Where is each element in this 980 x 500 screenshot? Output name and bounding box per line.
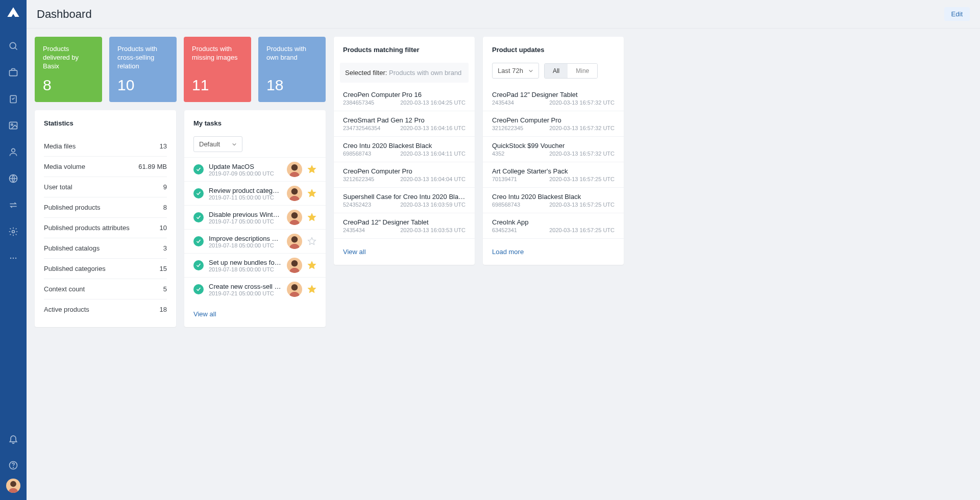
- star-icon[interactable]: [307, 165, 316, 174]
- product-sku: 3212622345: [343, 176, 374, 182]
- task-date: 2019-07-18 05:00:00 UTC: [209, 266, 282, 272]
- svg-line-1: [15, 48, 17, 50]
- briefcase-icon[interactable]: [0, 59, 27, 86]
- task-date: 2019-07-09 05:00:00 UTC: [209, 170, 282, 177]
- bell-icon[interactable]: [0, 426, 27, 452]
- image-icon[interactable]: [0, 112, 27, 139]
- product-row[interactable]: CreoPad 12" Designer Tablet24354342020-0…: [334, 213, 475, 239]
- time-range-select[interactable]: Last 72h: [492, 63, 539, 79]
- svg-point-14: [10, 481, 16, 487]
- svg-rect-2: [10, 70, 17, 76]
- svg-point-0: [10, 42, 16, 48]
- product-timestamp: 2020-03-13 16:04:16 UTC: [400, 125, 465, 131]
- gear-icon[interactable]: [0, 218, 27, 245]
- more-icon[interactable]: [0, 245, 27, 271]
- toggle-all[interactable]: All: [545, 64, 568, 78]
- task-item[interactable]: Improve descriptions on All-m...2019-07-…: [184, 229, 326, 253]
- user-avatar[interactable]: [6, 479, 20, 493]
- check-circle-icon: [193, 212, 204, 222]
- product-row[interactable]: CreoPen Computer Pro32126223452020-03-13…: [334, 162, 475, 188]
- product-update-row[interactable]: Creo Intu 2020 Blackest Black69856874320…: [483, 188, 624, 213]
- statistics-row: Published products attributes10: [44, 218, 167, 238]
- check-circle-icon: [193, 164, 204, 174]
- product-row[interactable]: CreoSmart Pad Gen 12 Pro2347325463542020…: [334, 111, 475, 137]
- task-assignee-avatar: [287, 258, 302, 273]
- product-sku: 4352: [492, 151, 504, 157]
- product-update-row[interactable]: Art College Starter's Pack701394712020-0…: [483, 162, 624, 188]
- svg-point-16: [291, 188, 298, 195]
- stat-value: 13: [160, 142, 167, 150]
- globe-icon[interactable]: [0, 165, 27, 192]
- product-timestamp: 2020-03-13 16:04:11 UTC: [400, 151, 465, 157]
- task-item[interactable]: Set up new bundles for Augus...2019-07-1…: [184, 253, 326, 277]
- task-assignee-avatar: [287, 210, 302, 225]
- task-date: 2019-07-18 05:00:00 UTC: [209, 242, 282, 248]
- task-assignee-avatar: [287, 186, 302, 201]
- load-more-link[interactable]: Load more: [483, 239, 624, 265]
- product-sku: 698568743: [492, 202, 520, 208]
- task-item[interactable]: Update MacOS2019-07-09 05:00:00 UTC: [184, 157, 326, 181]
- star-icon[interactable]: [307, 261, 316, 270]
- product-updates-panel: Product updates Last 72h All Mine CreoPa…: [483, 37, 624, 265]
- star-icon[interactable]: [307, 213, 316, 222]
- stat-card[interactable]: Products delivered by Basix8: [35, 37, 102, 102]
- product-sku: 2435434: [492, 99, 514, 106]
- product-sku: 2435434: [343, 227, 365, 233]
- svg-point-5: [11, 124, 13, 126]
- task-item[interactable]: Review product category featu...2019-07-…: [184, 181, 326, 205]
- statistics-row: Context count5: [44, 279, 167, 299]
- product-sku: 698568743: [343, 151, 371, 157]
- select-value: Last 72h: [498, 67, 523, 74]
- stat-card-label: Products delivered by Basix: [43, 45, 94, 71]
- statistics-row: Active products18: [44, 299, 167, 322]
- task-title: Set up new bundles for Augus...: [209, 259, 282, 266]
- product-update-row[interactable]: QuickStock $99 Voucher43522020-03-13 16:…: [483, 137, 624, 162]
- product-row[interactable]: Supershell Case for Creo Intu 2020 Black…: [334, 188, 475, 213]
- panel-title: Products matching filter: [334, 37, 475, 63]
- filter-view-all-link[interactable]: View all: [334, 239, 475, 265]
- product-timestamp: 2020-03-13 16:57:25 UTC: [549, 202, 615, 208]
- help-icon[interactable]: [0, 452, 27, 479]
- product-update-row[interactable]: CreoPen Computer Pro32126223452020-03-13…: [483, 111, 624, 137]
- tasks-filter-select[interactable]: Default: [193, 136, 242, 152]
- select-value: Default: [199, 140, 220, 148]
- product-update-row[interactable]: CreoPad 12" Designer Tablet24354342020-0…: [483, 86, 624, 111]
- star-icon[interactable]: [307, 237, 316, 246]
- product-timestamp: 2020-03-13 16:04:04 UTC: [400, 176, 465, 182]
- stat-label: Published categories: [44, 265, 106, 272]
- edit-button[interactable]: Edit: [944, 7, 970, 21]
- header: Dashboard Edit: [27, 0, 980, 29]
- page-title: Dashboard: [37, 8, 92, 21]
- stat-card[interactable]: Products with missing images11: [184, 37, 251, 102]
- tasks-view-all-link[interactable]: View all: [184, 301, 326, 327]
- task-date: 2019-07-21 05:00:00 UTC: [209, 290, 282, 296]
- task-title: Update MacOS: [209, 163, 282, 170]
- stat-value: 15: [160, 265, 167, 272]
- product-update-row[interactable]: CreoInk App634523412020-03-13 16:57:25 U…: [483, 213, 624, 239]
- statistics-row: Published products8: [44, 197, 167, 218]
- transfer-icon[interactable]: [0, 192, 27, 218]
- star-icon[interactable]: [307, 285, 316, 294]
- product-row[interactable]: Creo Intu 2020 Blackest Black69856874320…: [334, 137, 475, 162]
- stat-card[interactable]: Products with own brand18: [258, 37, 326, 102]
- check-circle-icon: [193, 236, 204, 246]
- product-row[interactable]: CreoPen Computer Pro 1623846573452020-03…: [334, 86, 475, 111]
- user-icon[interactable]: [0, 139, 27, 165]
- toggle-mine[interactable]: Mine: [568, 64, 597, 78]
- statistics-row: Media volume61.89 MB: [44, 157, 167, 177]
- stat-label: Active products: [44, 306, 89, 313]
- star-icon[interactable]: [307, 189, 316, 198]
- stat-value: 18: [160, 306, 167, 313]
- svg-point-15: [291, 164, 298, 171]
- task-item[interactable]: Create new cross-sell for Aug...2019-07-…: [184, 277, 326, 301]
- stat-value: 5: [163, 285, 167, 293]
- search-icon[interactable]: [0, 33, 27, 59]
- clipboard-icon[interactable]: [0, 86, 27, 112]
- stat-card[interactable]: Products with cross-selling relation10: [109, 37, 177, 102]
- task-item[interactable]: Disable previous Winter Sale c...2019-07…: [184, 205, 326, 229]
- product-sku: 234732546354: [343, 125, 380, 131]
- products-matching-filter-panel: Products matching filter Selected filter…: [334, 37, 475, 265]
- product-sku: 63452341: [492, 227, 517, 233]
- stat-label: User total: [44, 183, 72, 191]
- task-date: 2019-07-11 05:00:00 UTC: [209, 194, 282, 201]
